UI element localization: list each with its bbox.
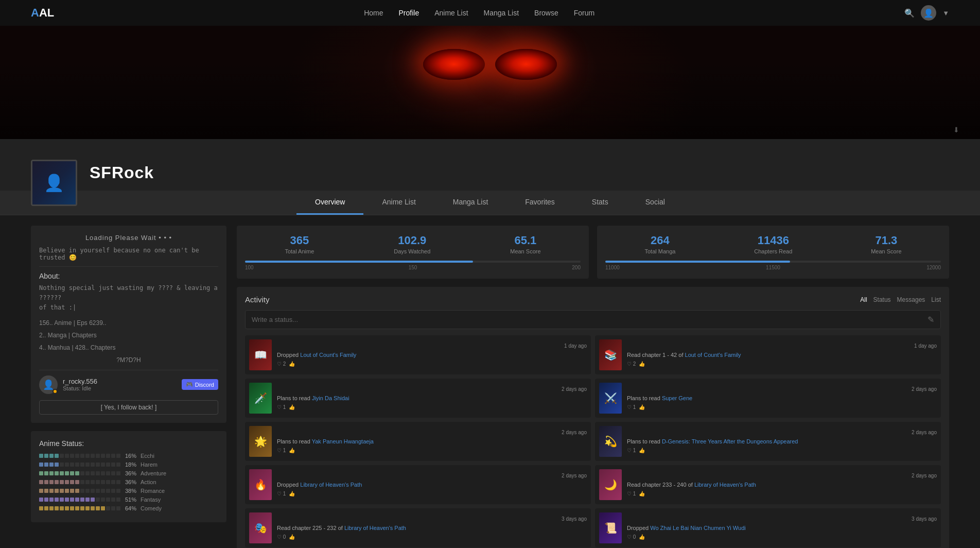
activity-time: 2 days ago [627, 430, 937, 435]
activity-item: 🌙 2 days ago Read chapter 233 - 240 of L… [595, 465, 941, 504]
heart-reaction[interactable]: ♡ 2 [627, 361, 636, 367]
profile-avatar-wrap: 👤 [31, 160, 77, 206]
activity-description: Read chapter 225 - 232 of Library of Hea… [277, 524, 587, 533]
heart-reaction[interactable]: ♡ 1 [627, 448, 636, 453]
anime-stats-box: 365 Total Anime 102.9 Days Watched 65.1 … [237, 226, 589, 279]
activity-reactions: ♡ 1 👍 [277, 448, 587, 453]
thumbs-reaction[interactable]: 👍 [289, 534, 295, 540]
activity-link[interactable]: Library of Heaven's Path [694, 482, 756, 488]
activity-item: 🎭 3 days ago Read chapter 225 - 232 of L… [245, 508, 591, 547]
activity-filter-all[interactable]: All [860, 296, 867, 303]
chapters-read-number: 11436 [754, 234, 792, 247]
profile-tab-anime-list[interactable]: Anime List [363, 191, 434, 215]
edit-icon[interactable]: ✎ [927, 315, 934, 324]
thumbs-reaction[interactable]: 👍 [289, 404, 295, 410]
activity-filter-status[interactable]: Status [873, 296, 891, 303]
status-input-bar[interactable]: Write a status... ✎ [245, 310, 941, 329]
activity-item: 💫 2 days ago Plans to read D-Genesis: Th… [595, 422, 941, 461]
profile-tab-favorites[interactable]: Favorites [506, 191, 573, 215]
activity-item: 🔥 2 days ago Dropped Library of Heaven's… [245, 465, 591, 504]
activity-filter-list[interactable]: List [931, 296, 941, 303]
activity-reactions: ♡ 1 👍 [277, 404, 587, 410]
activity-description: Read chapter 233 - 240 of Library of Hea… [627, 481, 937, 489]
activity-item: ⚔️ 2 days ago Plans to read Super Gene ♡… [595, 379, 941, 418]
chapters-read-label: Chapters Read [754, 248, 792, 254]
thumbs-reaction[interactable]: 👍 [639, 534, 645, 540]
activity-reactions: ♡ 2 👍 [277, 361, 587, 367]
nav-link-manga-list[interactable]: Manga List [484, 9, 519, 17]
profile-tab-social[interactable]: Social [627, 191, 684, 215]
thumbs-reaction[interactable]: 👍 [289, 361, 295, 367]
heart-reaction[interactable]: ♡ 2 [277, 361, 286, 367]
activity-link[interactable]: Lout of Count's Family [685, 352, 741, 358]
follow-button[interactable]: [ Yes, I follow back! ] [39, 400, 218, 415]
heart-reaction[interactable]: ♡ 1 [277, 491, 286, 496]
profile-tab-overview[interactable]: Overview [296, 191, 363, 215]
activity-time: 1 day ago [627, 343, 937, 349]
heart-reaction[interactable]: ♡ 0 [627, 534, 636, 540]
activity-time: 2 days ago [627, 473, 937, 478]
manga-marker-1: 11000 [605, 265, 620, 270]
activity-title: Activity [245, 295, 270, 304]
activity-section: Activity AllStatusMessagesList Write a s… [237, 287, 949, 548]
total-manga-label: Total Manga [644, 248, 675, 254]
user-avatar[interactable]: 👤 [921, 5, 936, 21]
activity-filter-messages[interactable]: Messages [897, 296, 925, 303]
activity-thumbnail: 🌙 [599, 469, 622, 500]
profile-banner: ⬇ [0, 26, 980, 139]
activity-reactions: ♡ 0 👍 [277, 534, 587, 540]
activity-link[interactable]: Super Gene [662, 395, 692, 401]
activity-item: 📚 1 day ago Read chapter 1 - 42 of Lout … [595, 335, 941, 374]
nav-link-browse[interactable]: Browse [534, 9, 558, 17]
activity-link[interactable]: Jiyin Da Shidai [312, 395, 349, 401]
total-manga-number: 264 [644, 234, 675, 247]
profile-tab-stats[interactable]: Stats [573, 191, 627, 215]
thumbs-reaction[interactable]: 👍 [289, 448, 295, 453]
status-placeholder: Write a status... [252, 316, 927, 323]
activity-link[interactable]: Lout of Count's Family [300, 352, 356, 358]
activity-link[interactable]: D-Genesis: Three Years After the Dungeon… [662, 438, 798, 444]
stats-manga-line: 2.. Manga | Chapters [39, 332, 218, 339]
friend-status: Status: Idle [63, 385, 177, 391]
heart-reaction[interactable]: ♡ 0 [277, 534, 286, 540]
thumbs-reaction[interactable]: 👍 [289, 491, 295, 496]
heart-reaction[interactable]: ♡ 1 [627, 404, 636, 410]
profile-tab-manga-list[interactable]: Manga List [434, 191, 506, 215]
activity-body: 3 days ago Dropped Wo Zhai Le Bai Nian C… [627, 516, 937, 540]
activity-body: 2 days ago Plans to read D-Genesis: Thre… [627, 430, 937, 454]
right-panel: 365 Total Anime 102.9 Days Watched 65.1 … [237, 226, 949, 548]
activity-link[interactable]: Library of Heaven's Path [300, 482, 362, 488]
nav-link-anime-list[interactable]: Anime List [434, 9, 468, 17]
activity-link[interactable]: Yak Paneun Hwangtaeja [312, 438, 374, 444]
thumbs-reaction[interactable]: 👍 [639, 448, 645, 453]
thumbs-reaction[interactable]: 👍 [639, 404, 645, 410]
navbar: AAL HomeProfileAnime ListManga ListBrows… [0, 0, 980, 26]
activity-body: 3 days ago Read chapter 225 - 232 of Lib… [277, 516, 587, 540]
search-icon[interactable]: 🔍 [904, 8, 915, 18]
activity-thumbnail: 🎭 [249, 512, 272, 543]
activity-link[interactable]: Library of Heaven's Path [344, 525, 406, 531]
nav-logo[interactable]: AAL [31, 6, 54, 20]
discord-button[interactable]: 🎮 Discord [182, 379, 218, 390]
activity-link[interactable]: Wo Zhai Le Bai Nian Chumen Yi Wudi [650, 525, 745, 531]
manga-mean-score: 71.3 [871, 234, 901, 247]
thumbs-reaction[interactable]: 👍 [639, 491, 645, 496]
activity-body: 1 day ago Read chapter 1 - 42 of Lout of… [627, 343, 937, 367]
manga-mean-label: Mean Score [871, 248, 901, 254]
thumbs-reaction[interactable]: 👍 [639, 361, 645, 367]
nav-link-home[interactable]: Home [364, 9, 383, 17]
heart-reaction[interactable]: ♡ 1 [627, 491, 636, 496]
activity-body: 1 day ago Dropped Lout of Count's Family… [277, 343, 587, 367]
nav-link-profile[interactable]: Profile [399, 9, 419, 17]
heart-reaction[interactable]: ♡ 1 [277, 448, 286, 453]
activity-description: Plans to read D-Genesis: Three Years Aft… [627, 437, 937, 446]
activity-time: 2 days ago [277, 473, 587, 478]
nav-link-forum[interactable]: Forum [574, 9, 594, 17]
status-bar-fantasy: 51% Fantasy [39, 496, 218, 503]
chevron-down-icon[interactable]: ▼ [942, 9, 949, 17]
activity-time: 2 days ago [277, 430, 587, 435]
activity-thumbnail: 📖 [249, 339, 272, 370]
heart-reaction[interactable]: ♡ 1 [277, 404, 286, 410]
days-watched-label: Days Watched [394, 248, 430, 254]
activity-thumbnail: 🌟 [249, 426, 272, 457]
